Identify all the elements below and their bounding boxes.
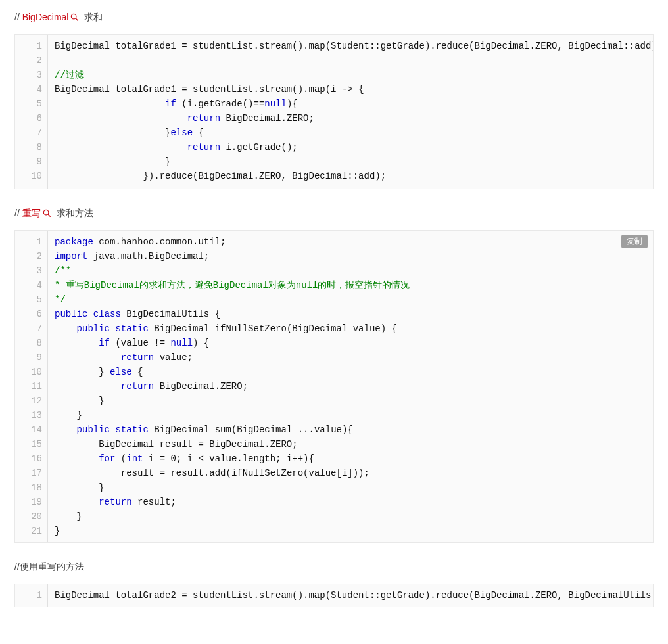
keyword-link-rewrite[interactable]: 重写 [22,208,41,218]
copy-button[interactable]: 复制 [621,235,648,248]
line-gutter: 123456789101112131415161718192021 [15,231,48,542]
code-block-2: 复制 123456789101112131415161718192021 pac… [14,230,654,543]
code-content: package com.hanhoo.common.util; import j… [55,235,646,538]
code-content: BigDecimal totalGrade1 = studentList.str… [55,39,646,183]
svg-line-3 [48,214,50,216]
section-heading-3: //使用重写的方法 [14,561,654,573]
code-block-1: 12345678910 BigDecimal totalGrade1 = stu… [14,34,654,189]
line-gutter: 12345678910 [15,35,48,189]
heading-tail: 求和方法 [54,208,93,218]
keyword-link-bigdecimal[interactable]: BigDecimal [22,12,69,22]
search-icon[interactable] [42,208,51,218]
search-icon[interactable] [70,12,79,22]
section-heading-2: // 重写 求和方法 [14,208,654,219]
code-area[interactable]: BigDecimal totalGrade2 = studentList.str… [48,584,653,607]
line-gutter: 1 [15,584,48,607]
comment-prefix: // [14,12,22,22]
svg-line-1 [76,18,78,20]
heading-tail: 求和 [82,12,103,22]
comment-prefix: // [14,208,22,218]
section-heading-1: // BigDecimal 求和 [14,12,654,24]
code-area[interactable]: package com.hanhoo.common.util; import j… [48,231,653,542]
heading-text: //使用重写的方法 [14,561,84,572]
code-area[interactable]: BigDecimal totalGrade1 = studentList.str… [48,35,653,189]
code-content: BigDecimal totalGrade2 = studentList.str… [55,588,646,603]
code-block-3: 1 BigDecimal totalGrade2 = studentList.s… [14,584,654,607]
